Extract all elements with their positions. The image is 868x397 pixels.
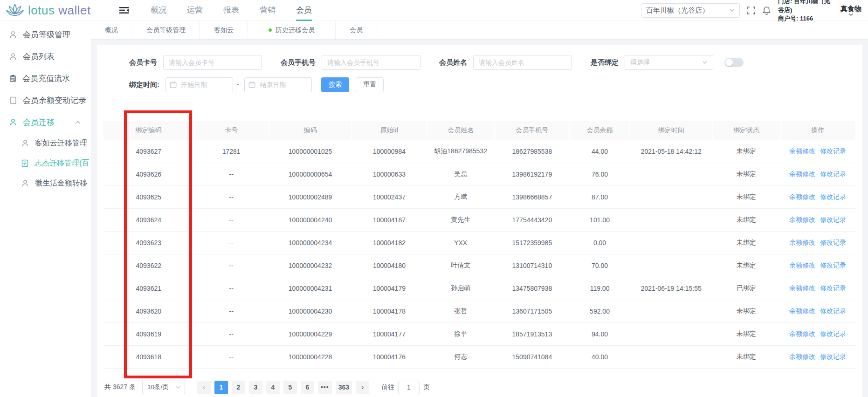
store-info: 门店: 百年川椒（光谷店) 商户号: 1166: [778, 0, 833, 23]
balance-edit-link[interactable]: 余额修改: [789, 330, 815, 337]
toggle-knob: [725, 59, 733, 66]
balance-edit-link[interactable]: 余额修改: [789, 216, 815, 223]
edit-record-link[interactable]: 修改记录: [820, 307, 846, 315]
sidebar-item-3[interactable]: 会员充值流水: [0, 68, 91, 89]
sidebar-item-label: 客如云迁移管理: [35, 138, 87, 148]
search-button[interactable]: 搜索: [321, 77, 349, 92]
total-count: 共 3627 条: [104, 383, 136, 391]
goto-page-input[interactable]: [398, 381, 420, 394]
account-menu[interactable]: 真食物: [840, 5, 861, 16]
sidebar-item-8[interactable]: 微生活金额转移: [0, 173, 91, 193]
card-no-input[interactable]: [163, 55, 262, 70]
goto-suffix: 页: [423, 383, 430, 391]
edit-record-link[interactable]: 修改记录: [820, 284, 846, 292]
chevron-down-icon: [848, 13, 854, 16]
tab-label: 概况: [105, 21, 118, 39]
menu-fold-icon[interactable]: [119, 6, 129, 14]
tab-3[interactable]: 客如云: [200, 21, 248, 39]
top-nav-item-2[interactable]: 运营: [187, 0, 203, 21]
sidebar-item-1[interactable]: 会员等级管理: [0, 24, 91, 46]
table-cell: 592.00: [570, 300, 630, 322]
page-button-3[interactable]: 3: [249, 381, 262, 394]
sidebar-item-label: 会员迁移: [23, 117, 55, 128]
balance-edit-link[interactable]: 余额修改: [789, 284, 815, 292]
brand-logo: lotus wallet: [6, 3, 110, 18]
store-select-value: 百年川椒（光谷店）: [646, 6, 729, 15]
tab-5[interactable]: 会员: [336, 21, 377, 39]
table-cell: 4093620: [103, 300, 194, 322]
page-button-363[interactable]: 363: [336, 381, 352, 394]
bind-time-label: 绑定时间:: [129, 81, 159, 89]
page-button-6[interactable]: 6: [301, 381, 314, 394]
sidebar-item-5[interactable]: 会员迁移: [0, 111, 91, 133]
app-root: lotus wallet 概况运营报表营销会员 百年川椒（光谷店）: [0, 0, 868, 397]
edit-record-link[interactable]: 修改记录: [820, 330, 846, 337]
toggle-switch[interactable]: [724, 58, 744, 67]
table-cell: 吴总: [427, 163, 495, 185]
top-nav-item-5[interactable]: 会员: [296, 0, 312, 21]
sidebar-item-4[interactable]: 会员余额变动记录: [0, 89, 91, 111]
next-page-button[interactable]: ›: [356, 381, 369, 394]
name-input[interactable]: [473, 55, 572, 70]
balance-edit-link[interactable]: 余额修改: [789, 353, 815, 360]
table-cell: 4093622: [103, 254, 194, 277]
edit-record-link[interactable]: 修改记录: [820, 193, 846, 200]
reset-button[interactable]: 重置: [356, 77, 384, 92]
pagination: 共 3627 条 10条/页 ‹ 123456•••363 › 前往 页: [104, 381, 856, 394]
edit-record-link[interactable]: 修改记录: [820, 239, 846, 246]
page-button-5[interactable]: 5: [283, 381, 297, 394]
table-cell: 94.00: [570, 322, 630, 345]
table-cell: 100000004231: [269, 277, 351, 300]
table-cell: 未绑定: [712, 185, 780, 208]
edit-record-link[interactable]: 修改记录: [820, 170, 846, 178]
table-cell: 4093625: [103, 185, 194, 208]
column-header: 会员手机号: [495, 121, 570, 140]
balance-edit-link[interactable]: 余额修改: [789, 170, 815, 178]
edit-record-link[interactable]: 修改记录: [820, 261, 846, 269]
page-button-2[interactable]: 2: [232, 381, 245, 394]
balance-edit-link[interactable]: 余额修改: [789, 193, 815, 200]
table-cell: --: [194, 163, 269, 185]
column-header: 会员余额: [570, 121, 630, 140]
table-cell: 44.00: [570, 140, 630, 163]
phone-input[interactable]: [322, 55, 420, 70]
top-nav-item-3[interactable]: 报表: [223, 0, 239, 21]
balance-edit-link[interactable]: 余额修改: [789, 147, 815, 155]
page-button-1[interactable]: 1: [214, 381, 228, 394]
edit-record-link[interactable]: 修改记录: [820, 353, 846, 360]
bind-status-select[interactable]: 请选择: [625, 55, 713, 70]
table-cell: [630, 300, 712, 322]
tab-1[interactable]: 概况: [91, 21, 132, 39]
table-cell: 100000004240: [269, 208, 351, 231]
column-header: 操作: [780, 121, 855, 140]
sidebar-item-2[interactable]: 会员列表: [0, 46, 91, 68]
edit-record-link[interactable]: 修改记录: [820, 216, 846, 223]
balance-edit-link[interactable]: 余额修改: [789, 239, 815, 246]
table-cell: --: [194, 254, 269, 277]
column-header: 原始id: [351, 121, 427, 140]
sidebar-item-6[interactable]: 客如云迁移管理: [0, 133, 91, 153]
prev-page-button[interactable]: ‹: [197, 381, 211, 394]
balance-edit-link[interactable]: 余额修改: [789, 261, 815, 269]
phone-label: 会员手机号: [281, 58, 316, 67]
top-nav-item-1[interactable]: 概况: [151, 0, 166, 21]
store-select[interactable]: 百年川椒（光谷店）: [641, 3, 740, 18]
bell-icon[interactable]: [763, 6, 771, 15]
page-size-select[interactable]: 10条/页: [142, 381, 185, 394]
table-cell: 100000004234: [269, 231, 351, 254]
table-cell: 100000002489: [269, 185, 351, 208]
fullscreen-icon[interactable]: [747, 7, 755, 14]
edit-record-link[interactable]: 修改记录: [820, 147, 846, 155]
top-nav-item-4[interactable]: 营销: [260, 0, 276, 21]
tab-4[interactable]: 历史迁移会员: [248, 21, 336, 39]
page-button-4[interactable]: 4: [266, 381, 280, 394]
content-card: 会员卡号 会员手机号 会员姓名 是否绑定 请选择: [97, 45, 862, 397]
sidebar-item-7[interactable]: 志杰迁移管理(百: [0, 153, 91, 173]
table-cell: 18627985538: [495, 140, 570, 163]
tab-2[interactable]: 会员等级管理: [132, 21, 200, 39]
balance-edit-link[interactable]: 余额修改: [789, 307, 815, 315]
actions-cell: 余额修改修改记录: [780, 140, 855, 163]
table-cell: 100000004228: [269, 345, 351, 368]
table-cell: --: [194, 322, 269, 345]
table-cell: 100002437: [351, 185, 427, 208]
